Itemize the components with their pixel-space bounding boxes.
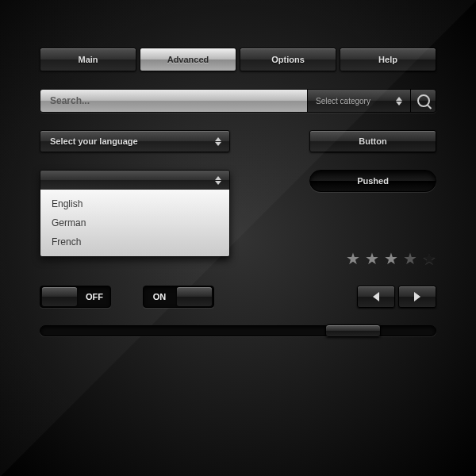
button-label: Button bbox=[359, 136, 386, 146]
search-category-label: Select category bbox=[316, 97, 370, 106]
star-icon[interactable]: ★ bbox=[403, 249, 417, 268]
button-pushed[interactable]: Pushed bbox=[309, 170, 436, 192]
button-label: Pushed bbox=[357, 176, 389, 186]
toggle-off[interactable]: OFF bbox=[40, 286, 111, 308]
spinner-icon bbox=[212, 176, 225, 185]
chevron-left-icon bbox=[373, 292, 379, 301]
star-icon[interactable]: ★ bbox=[384, 249, 398, 268]
dropdown-item-french[interactable]: French bbox=[40, 232, 229, 251]
language-select[interactable]: Select your language bbox=[40, 130, 230, 152]
tab-bar: Main Advanced Options Help bbox=[40, 48, 436, 71]
star-rating[interactable]: ★ ★ ★ ★ ★ bbox=[346, 249, 436, 268]
spinner-icon bbox=[212, 137, 225, 146]
language-dropdown: English German French bbox=[40, 170, 230, 257]
search-button[interactable] bbox=[410, 90, 436, 112]
tab-label: Help bbox=[378, 55, 397, 64]
star-icon[interactable]: ★ bbox=[422, 249, 436, 268]
tab-label: Advanced bbox=[167, 55, 209, 64]
toggle-label: OFF bbox=[79, 292, 110, 301]
toggle-label: ON bbox=[144, 292, 175, 301]
toggle-knob bbox=[42, 287, 77, 306]
search-input[interactable] bbox=[40, 90, 307, 112]
step-next-button[interactable] bbox=[398, 286, 436, 308]
star-icon[interactable]: ★ bbox=[365, 249, 379, 268]
tab-label: Main bbox=[78, 55, 98, 64]
language-select-label: Select your language bbox=[50, 136, 138, 146]
arrow-stepper bbox=[357, 286, 436, 308]
step-prev-button[interactable] bbox=[357, 286, 395, 308]
search-icon bbox=[417, 94, 430, 107]
toggle-knob bbox=[177, 287, 212, 306]
tab-options[interactable]: Options bbox=[240, 48, 336, 71]
toggle-on[interactable]: ON bbox=[143, 286, 214, 308]
dropdown-head[interactable] bbox=[40, 171, 229, 190]
search-category-select[interactable]: Select category bbox=[307, 90, 410, 112]
dropdown-item-german[interactable]: German bbox=[40, 213, 229, 232]
horizontal-scrollbar[interactable] bbox=[40, 325, 436, 336]
button-default[interactable]: Button bbox=[309, 130, 436, 152]
tab-help[interactable]: Help bbox=[340, 48, 436, 71]
dropdown-item-english[interactable]: English bbox=[40, 194, 229, 213]
search-bar: Select category bbox=[40, 89, 436, 113]
scrollbar-thumb[interactable] bbox=[325, 324, 381, 337]
dropdown-list: English German French bbox=[40, 190, 229, 256]
star-icon[interactable]: ★ bbox=[346, 249, 360, 268]
tab-advanced[interactable]: Advanced bbox=[140, 48, 236, 71]
tab-label: Options bbox=[271, 55, 305, 64]
tab-main[interactable]: Main bbox=[40, 48, 136, 71]
chevron-right-icon bbox=[414, 292, 420, 301]
spinner-icon bbox=[393, 97, 405, 106]
